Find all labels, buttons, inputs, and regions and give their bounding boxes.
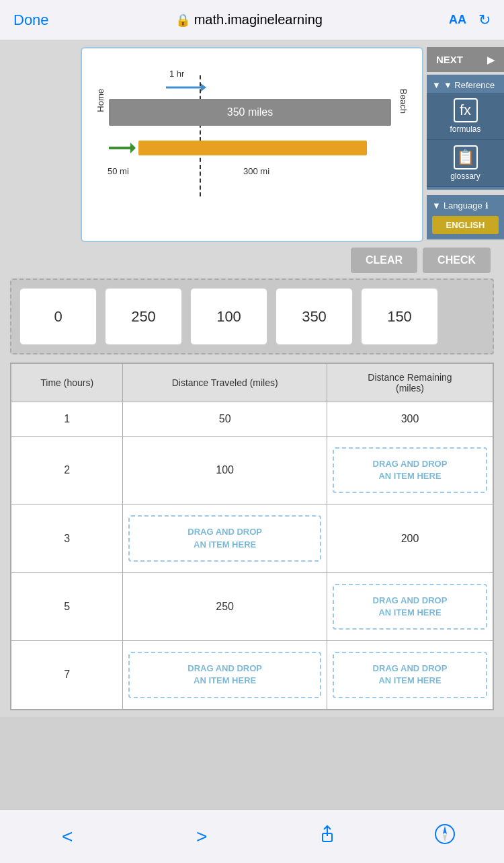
- drop-zone-remaining[interactable]: DRAG AND DROPAN ITEM HERE: [333, 652, 487, 698]
- table-container: Time (hours) Distance Traveled (miles) D…: [10, 363, 494, 710]
- drop-zone-traveled[interactable]: DRAG AND DROPAN ITEM HERE: [128, 515, 321, 561]
- drag-item[interactable]: 0: [19, 288, 97, 345]
- url-bar: 🔒 math.imaginelearning: [49, 12, 449, 28]
- svg-marker-7: [443, 826, 447, 834]
- main-content: NEXT ▶ ▼ ▼ Reference fx formulas 📋 gloss…: [0, 40, 504, 717]
- language-label: Language: [444, 200, 482, 211]
- col-remaining: Distance Remaining(miles): [327, 364, 493, 402]
- beach-label: Beach: [398, 89, 409, 114]
- drag-items-container: 0250100350150: [10, 278, 494, 354]
- back-button[interactable]: <: [48, 819, 86, 854]
- glossary-item[interactable]: 📋 glossary: [427, 140, 504, 187]
- time-cell: 7: [11, 641, 123, 709]
- url-text: math.imaginelearning: [194, 12, 323, 28]
- col-traveled: Distance Traveled (miles): [123, 364, 327, 402]
- time-cell: 1: [11, 402, 123, 437]
- reference-items: fx formulas 📋 glossary: [427, 93, 504, 187]
- table-row: 5250DRAG AND DROPAN ITEM HERE: [11, 572, 493, 640]
- time-cell: 2: [11, 437, 123, 504]
- remaining-cell[interactable]: DRAG AND DROPAN ITEM HERE: [327, 572, 493, 640]
- time-cell: 5: [11, 572, 123, 640]
- traveled-cell: 100: [123, 437, 327, 504]
- home-label: Home: [95, 89, 106, 112]
- reference-header[interactable]: ▼ ▼ Reference: [427, 77, 504, 93]
- bottom-nav: < >: [0, 809, 504, 863]
- drag-item[interactable]: 250: [105, 288, 182, 345]
- share-button[interactable]: [317, 824, 337, 849]
- drop-zone-remaining[interactable]: DRAG AND DROPAN ITEM HERE: [333, 447, 487, 493]
- compass-button[interactable]: [434, 823, 456, 850]
- drop-zone-traveled[interactable]: DRAG AND DROPAN ITEM HERE: [128, 652, 321, 698]
- check-button[interactable]: CHECK: [423, 248, 491, 273]
- orange-bar: [138, 141, 367, 155]
- table-row: 3DRAG AND DROPAN ITEM HERE200: [11, 504, 493, 572]
- data-table: Time (hours) Distance Traveled (miles) D…: [11, 363, 493, 710]
- traveled-cell[interactable]: DRAG AND DROPAN ITEM HERE: [123, 641, 327, 709]
- formulas-icon: fx: [454, 98, 478, 122]
- clear-button[interactable]: CLEAR: [351, 248, 417, 273]
- glossary-label: glossary: [450, 172, 480, 181]
- 50mi-label: 50 mi: [108, 166, 129, 176]
- next-arrow-icon: ▶: [487, 54, 495, 65]
- refresh-button[interactable]: ↻: [478, 11, 491, 29]
- table-row: 150300: [11, 402, 493, 437]
- forward-button[interactable]: >: [183, 819, 220, 854]
- action-buttons: CLEAR CHECK: [10, 248, 494, 273]
- chevron-down-icon: ▼: [432, 80, 441, 90]
- remaining-cell: 300: [327, 402, 493, 437]
- traveled-cell: 50: [123, 402, 327, 437]
- glossary-icon: 📋: [454, 145, 478, 170]
- 1hr-label: 1 hr: [169, 69, 184, 79]
- orange-bar-container: [109, 135, 391, 161]
- time-cell: 3: [11, 504, 123, 572]
- gray-bar: 350 miles: [109, 99, 391, 126]
- drag-item[interactable]: 100: [190, 288, 267, 345]
- diagram-inner: Home Beach 1 hr 350 miles: [95, 62, 409, 227]
- browser-controls: AA ↻: [449, 11, 491, 29]
- done-button[interactable]: Done: [13, 11, 49, 29]
- next-label: NEXT: [436, 54, 463, 65]
- info-icon: ℹ: [485, 201, 489, 211]
- remaining-cell[interactable]: DRAG AND DROPAN ITEM HERE: [327, 437, 493, 504]
- lock-icon: 🔒: [175, 13, 190, 28]
- formulas-item[interactable]: fx formulas: [427, 93, 504, 140]
- language-header[interactable]: ▼ Language ℹ: [427, 198, 504, 213]
- svg-marker-8: [443, 834, 447, 842]
- drag-item[interactable]: 150: [361, 288, 438, 345]
- text-size-button[interactable]: AA: [449, 13, 466, 27]
- language-panel: ▼ Language ℹ ENGLISH: [427, 195, 504, 239]
- reference-panel: ▼ ▼ Reference fx formulas 📋 glossary: [427, 75, 504, 190]
- traveled-cell[interactable]: DRAG AND DROPAN ITEM HERE: [123, 504, 327, 572]
- chevron-down-icon2: ▼: [432, 200, 441, 211]
- reference-label: ▼ Reference: [444, 80, 495, 90]
- 350miles-label: 350 miles: [227, 106, 273, 118]
- svg-marker-3: [130, 143, 136, 153]
- remaining-cell[interactable]: DRAG AND DROPAN ITEM HERE: [327, 641, 493, 709]
- table-row: 2100DRAG AND DROPAN ITEM HERE: [11, 437, 493, 504]
- drag-item[interactable]: 350: [276, 288, 353, 345]
- green-arrow-icon: [109, 139, 136, 157]
- formulas-label: formulas: [450, 124, 480, 134]
- table-row: 7DRAG AND DROPAN ITEM HEREDRAG AND DROPA…: [11, 641, 493, 709]
- right-panel: NEXT ▶ ▼ ▼ Reference fx formulas 📋 gloss…: [427, 47, 504, 239]
- drop-zone-remaining[interactable]: DRAG AND DROPAN ITEM HERE: [333, 584, 487, 630]
- browser-bar: Done 🔒 math.imaginelearning AA ↻: [0, 0, 504, 40]
- svg-marker-1: [201, 83, 206, 91]
- diagram-box: Home Beach 1 hr 350 miles: [81, 47, 423, 242]
- traveled-cell: 250: [123, 572, 327, 640]
- 300mi-label: 300 mi: [243, 166, 269, 176]
- remaining-cell: 200: [327, 504, 493, 572]
- col-time: Time (hours): [11, 364, 123, 402]
- english-button[interactable]: ENGLISH: [432, 216, 499, 234]
- next-button[interactable]: NEXT ▶: [427, 47, 504, 72]
